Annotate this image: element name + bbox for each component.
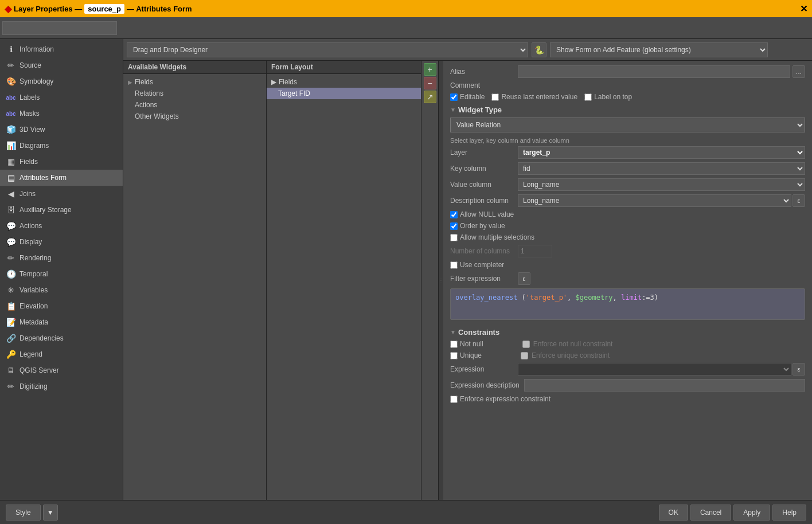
order-by-value-checkbox-label[interactable]: Order by value (450, 222, 505, 230)
description-column-select[interactable]: Long_name (518, 194, 791, 207)
panel-splitter[interactable]: ⋮ (439, 61, 443, 500)
label-on-top-checkbox[interactable] (584, 93, 592, 101)
sidebar-item-joins[interactable]: ◀ Joins (0, 186, 123, 202)
form-layout-header: Form Layout (267, 61, 421, 74)
attributes-form-icon: ▤ (6, 173, 16, 183)
sidebar-item-qgis-server[interactable]: 🖥 QGIS Server (0, 362, 123, 378)
sidebar-item-rendering[interactable]: ✏ Rendering (0, 250, 123, 266)
sidebar-item-legend[interactable]: 🔑 Legend (0, 346, 123, 362)
editable-checkbox-label[interactable]: Editable (450, 93, 485, 101)
allow-null-checkbox-label[interactable]: Allow NULL value (450, 210, 514, 218)
unique-checkbox-label[interactable]: Unique (450, 351, 482, 359)
allow-multiple-row: Allow multiple selections (450, 233, 805, 241)
filter-expr-keyword: overlay_nearest (455, 294, 517, 302)
information-icon: ℹ (6, 44, 16, 54)
layer-select[interactable]: target_p (518, 146, 805, 159)
form-item-target-fid[interactable]: Target FID (267, 88, 421, 99)
allow-null-checkbox[interactable] (450, 211, 458, 218)
alias-input[interactable] (518, 65, 790, 78)
symbology-icon: 🎨 (6, 76, 16, 87)
sidebar-item-diagrams[interactable]: 📊 Diagrams (0, 138, 123, 154)
sidebar-label-symbology: Symbology (19, 77, 53, 85)
order-by-value-row: Order by value (450, 222, 805, 230)
widget-item-other[interactable]: Other Widgets (123, 111, 266, 122)
expression-epsilon-btn[interactable]: ε (793, 363, 805, 376)
not-null-checkbox-label[interactable]: Not null (450, 340, 483, 348)
legend-icon: 🔑 (6, 349, 16, 359)
add-form-item-button[interactable]: + (424, 63, 436, 76)
style-button[interactable]: Style (6, 505, 41, 521)
python-button[interactable]: 🐍 (532, 42, 546, 57)
widget-type-dropdown[interactable]: Value Relation (450, 118, 805, 132)
sidebar-item-variables[interactable]: ✳ Variables (0, 282, 123, 298)
expression-description-input[interactable] (524, 379, 805, 392)
sidebar-item-elevation[interactable]: 📋 Elevation (0, 298, 123, 314)
reuse-last-checkbox[interactable] (491, 93, 499, 101)
sidebar-item-temporal[interactable]: 🕐 Temporal (0, 266, 123, 282)
main-layout: ℹ Information ✏ Source 🎨 Symbology abc L… (0, 17, 812, 524)
sidebar-item-auxiliary-storage[interactable]: 🗄 Auxiliary Storage (0, 202, 123, 218)
sidebar-item-masks[interactable]: abc Masks (0, 105, 123, 122)
key-column-label: Key column (450, 165, 513, 173)
filter-epsilon-btn[interactable]: ε (518, 272, 530, 285)
sidebar-item-actions[interactable]: 💬 Actions (0, 218, 123, 234)
unique-checkbox[interactable] (450, 352, 458, 359)
sidebar-item-fields[interactable]: ▦ Fields (0, 154, 123, 170)
style-dropdown-btn[interactable]: ▼ (43, 505, 58, 521)
allow-multiple-checkbox[interactable] (450, 234, 458, 241)
enforce-not-null-checkbox[interactable] (522, 341, 530, 348)
close-button[interactable]: ✕ (800, 3, 807, 14)
form-item-fields[interactable]: ▶ Fields (267, 76, 421, 88)
ok-button[interactable]: OK (659, 505, 688, 521)
reuse-checkbox-label[interactable]: Reuse last entered value (491, 93, 577, 101)
allow-multiple-label-text: Allow multiple selections (460, 233, 534, 241)
widget-item-actions[interactable]: Actions (123, 99, 266, 111)
editable-label-text: Editable (460, 93, 485, 101)
not-null-checkbox[interactable] (450, 341, 458, 348)
num-columns-input[interactable] (518, 245, 552, 257)
sidebar-item-3dview[interactable]: 🧊 3D View (0, 122, 123, 138)
apply-button[interactable]: Apply (733, 505, 770, 521)
sidebar-item-digitizing[interactable]: ✏ Digitizing (0, 378, 123, 394)
key-column-select[interactable]: fid (518, 162, 805, 175)
designer-dropdown[interactable]: Drag and Drop Designer (127, 42, 528, 57)
sidebar-item-labels[interactable]: abc Labels (0, 89, 123, 105)
enforce-expr-checkbox-label[interactable]: Enforce expression constraint (450, 395, 551, 403)
widget-item-fields[interactable]: ▶ Fields (123, 76, 266, 88)
sidebar-label-source: Source (19, 61, 41, 69)
content-area: ℹ Information ✏ Source 🎨 Symbology abc L… (0, 39, 812, 500)
editable-row: Editable Reuse last entered value Label … (450, 93, 805, 101)
remove-form-item-button[interactable]: − (424, 77, 436, 89)
sidebar-item-display[interactable]: 💬 Display (0, 234, 123, 250)
expression-select[interactable] (518, 363, 791, 376)
order-by-value-checkbox[interactable] (450, 222, 458, 230)
move-form-item-button[interactable]: ↗ (424, 91, 436, 103)
enforce-unique-checkbox[interactable] (521, 352, 528, 359)
filter-expression-area[interactable]: overlay_nearest ('target_p', $geometry, … (450, 288, 805, 320)
sidebar-item-source[interactable]: ✏ Source (0, 57, 123, 73)
sidebar-item-information[interactable]: ℹ Information (0, 41, 123, 57)
label-on-top-checkbox-label[interactable]: Label on top (584, 93, 632, 101)
help-button[interactable]: Help (772, 505, 806, 521)
description-epsilon-btn[interactable]: ε (793, 194, 805, 207)
allow-null-row: Allow NULL value (450, 210, 805, 218)
sidebar-label-metadata: Metadata (19, 318, 48, 326)
allow-multiple-checkbox-label[interactable]: Allow multiple selections (450, 233, 534, 241)
dependencies-icon: 🔗 (6, 333, 16, 343)
use-completer-checkbox[interactable] (450, 261, 458, 269)
sidebar-item-metadata[interactable]: 📝 Metadata (0, 314, 123, 330)
cancel-button[interactable]: Cancel (690, 505, 731, 521)
sidebar-item-attributes-form[interactable]: ▤ Attributes Form (0, 170, 123, 186)
not-null-label-text: Not null (460, 340, 483, 348)
sidebar-item-symbology[interactable]: 🎨 Symbology (0, 73, 123, 89)
sidebar-item-dependencies[interactable]: 🔗 Dependencies (0, 330, 123, 346)
enforce-expr-checkbox[interactable] (450, 396, 458, 403)
search-input[interactable] (2, 21, 117, 35)
use-completer-checkbox-label[interactable]: Use completer (450, 261, 504, 269)
sidebar-label-temporal: Temporal (19, 270, 48, 278)
widget-item-relations[interactable]: Relations (123, 88, 266, 99)
editable-checkbox[interactable] (450, 93, 458, 101)
alias-menu-btn[interactable]: … (793, 65, 805, 78)
show-form-dropdown[interactable]: Show Form on Add Feature (global setting… (550, 42, 768, 57)
value-column-select[interactable]: Long_name (518, 178, 805, 191)
